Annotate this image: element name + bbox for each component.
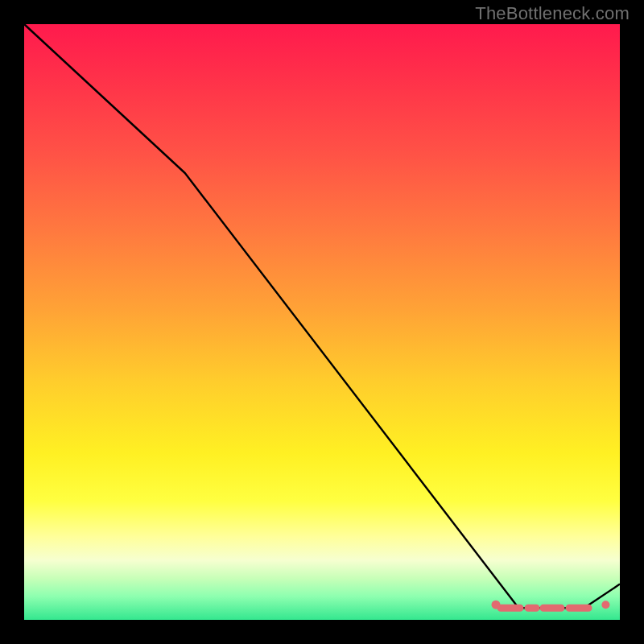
bottleneck-curve xyxy=(24,24,620,608)
plot-area xyxy=(24,24,620,620)
watermark-label: TheBottleneck.com xyxy=(475,3,630,24)
chart-frame: TheBottleneck.com xyxy=(0,0,644,644)
svg-point-2 xyxy=(601,601,609,609)
curve-svg xyxy=(24,24,620,620)
